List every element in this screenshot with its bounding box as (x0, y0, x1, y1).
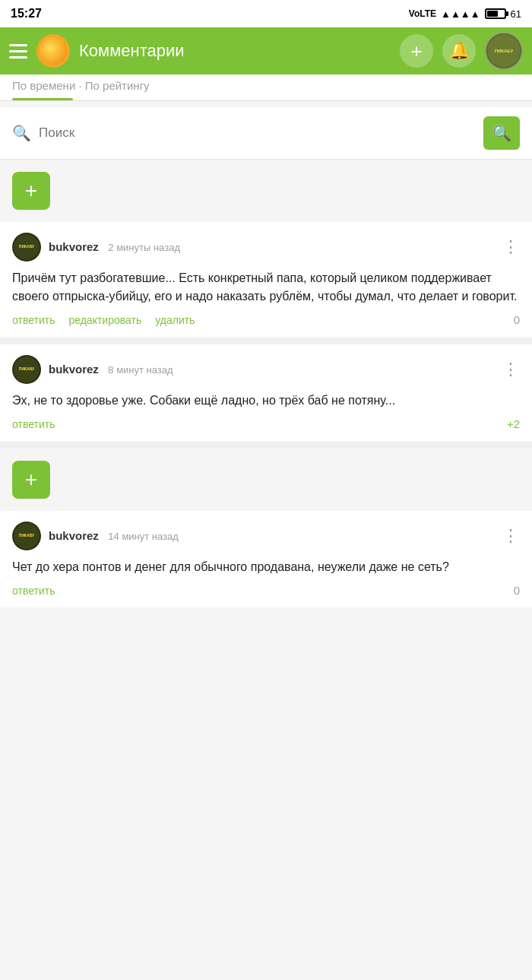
comment-card-3: ПИКАБУ bukvorez 14 минут назад ⋮ Чет до … (0, 511, 532, 607)
comment-meta-1: bukvorez 2 минуты назад (49, 240, 502, 254)
comment-avatar-2[interactable]: ПИКАБУ (12, 355, 41, 384)
notification-button[interactable]: 🔔 (442, 34, 476, 68)
comment-text-1: Причём тут разбогатевшие... Есть конкрет… (12, 269, 520, 306)
edit-link-1[interactable]: редактировать (68, 314, 141, 326)
comment-score-1: 0 (514, 313, 520, 326)
add-comment-button-1[interactable]: + (12, 172, 50, 210)
comment-score-2: +2 (507, 417, 520, 430)
nav-bar: Комментарии + 🔔 ПИКАБУ (0, 27, 532, 75)
comment-username-1[interactable]: bukvorez (49, 240, 99, 253)
divider-2 (0, 442, 532, 449)
comment-username-2[interactable]: bukvorez (49, 363, 99, 376)
search-btn-icon: 🔍 (492, 124, 511, 142)
comment-time-2: 8 минут назад (108, 364, 173, 376)
status-time: 15:27 (11, 7, 42, 21)
add-section-2: + (0, 449, 532, 511)
comment-actions-2: ответить +2 (12, 417, 520, 430)
divider-1 (0, 338, 532, 344)
comment-avatar-3[interactable]: ПИКАБУ (12, 522, 41, 550)
hamburger-menu[interactable] (9, 44, 27, 59)
comment-time-3: 14 минут назад (108, 531, 179, 542)
comment-time-1: 2 минуты назад (108, 242, 180, 253)
comment-avatar-1[interactable]: ПИКАБУ (12, 233, 41, 262)
comment-score-3: 0 (514, 584, 520, 597)
comment-text-2: Эх, не то здоровье уже. Собаки ещё ладно… (12, 392, 520, 410)
search-icon: 🔍 (12, 124, 31, 142)
plus-icon-2: + (25, 468, 37, 492)
search-bar: 🔍 🔍 (0, 107, 532, 160)
add-section-1: + (0, 160, 532, 222)
sub-header: По времени · По рейтингу (0, 75, 532, 101)
comment-meta-2: bukvorez 8 минут назад (49, 363, 502, 376)
comment-more-2[interactable]: ⋮ (502, 361, 520, 378)
bell-icon: 🔔 (449, 41, 470, 61)
comment-card-1: ПИКАБУ bukvorez 2 минуты назад ⋮ Причём … (0, 222, 532, 337)
comment-text-3: Чет до хера понтов и денег для обычного … (12, 558, 520, 576)
sub-header-text: По времени · По рейтингу (12, 79, 520, 98)
status-icons: VoLTE ▲▲▲▲ 61 (409, 8, 521, 20)
comment-card-2: ПИКАБУ bukvorez 8 минут назад ⋮ Эх, не т… (0, 344, 532, 441)
comment-more-1[interactable]: ⋮ (502, 239, 520, 255)
delete-link-1[interactable]: удалить (155, 314, 195, 326)
add-comment-button-2[interactable]: + (12, 461, 50, 499)
comment-header-3: ПИКАБУ bukvorez 14 минут назад ⋮ (12, 522, 520, 550)
add-button-nav[interactable]: + (400, 34, 433, 68)
search-input[interactable] (39, 125, 476, 141)
reply-link-1[interactable]: ответить (12, 314, 55, 326)
status-bar: 15:27 VoLTE ▲▲▲▲ 61 (0, 0, 532, 27)
signal-icon: ▲▲▲▲ (441, 8, 480, 20)
battery-level: 61 (511, 8, 521, 20)
comment-actions-1: ответить редактировать удалить 0 (12, 313, 520, 326)
active-tab-indicator (12, 98, 73, 100)
comment-actions-3: ответить 0 (12, 584, 520, 597)
add-icon: + (410, 40, 422, 63)
user-avatar-nav[interactable]: ПИКАБУ (485, 32, 523, 70)
reply-link-3[interactable]: ответить (12, 585, 55, 597)
battery-icon (485, 8, 506, 19)
reply-link-2[interactable]: ответить (12, 418, 55, 430)
comment-more-3[interactable]: ⋮ (502, 528, 520, 544)
avatar-image: ПИКАБУ (487, 34, 521, 68)
lte-icon: VoLTE (409, 8, 436, 19)
nav-logo (36, 34, 70, 68)
comment-header-2: ПИКАБУ bukvorez 8 минут назад ⋮ (12, 355, 520, 384)
comment-meta-3: bukvorez 14 минут назад (49, 529, 502, 543)
comment-header-1: ПИКАБУ bukvorez 2 минуты назад ⋮ (12, 233, 520, 262)
comment-username-3[interactable]: bukvorez (49, 529, 99, 542)
search-button[interactable]: 🔍 (483, 116, 520, 150)
nav-title: Комментарии (79, 41, 391, 61)
plus-icon-1: + (25, 179, 37, 203)
